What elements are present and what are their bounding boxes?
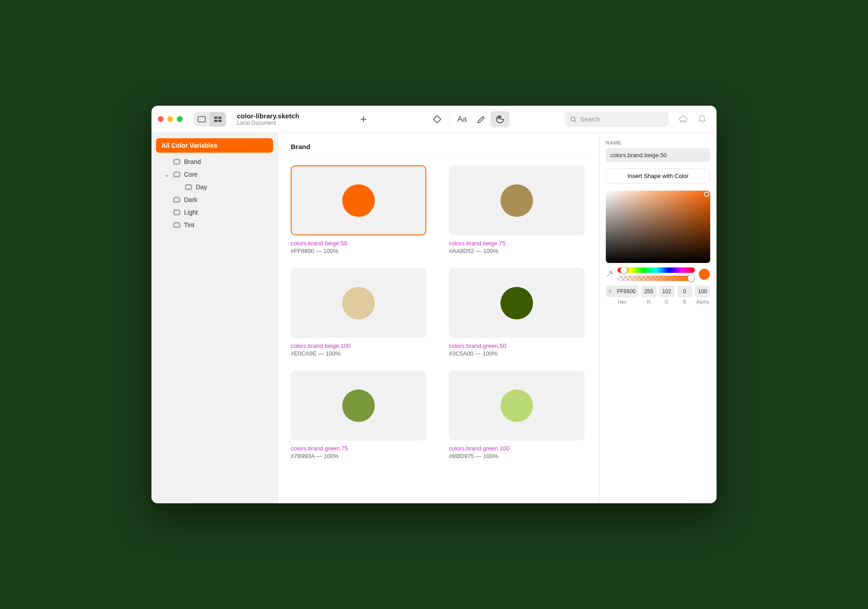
alpha-field[interactable]: 100 [695, 286, 710, 297]
color-card[interactable]: colors.brand.green.50#3C5A00 — 100% [449, 268, 585, 357]
document-subtitle: Local Document [237, 120, 299, 126]
g-field[interactable]: 102 [659, 286, 675, 297]
color-field[interactable] [606, 191, 710, 263]
sidebar-item-core[interactable]: ⌄Core [156, 168, 273, 181]
section-title: Brand [291, 143, 586, 157]
search-input[interactable] [580, 116, 663, 123]
symbols-icon[interactable] [428, 111, 447, 127]
hex-field[interactable]: FF6600 [614, 286, 638, 297]
swatch-circle [342, 287, 375, 319]
svg-point-7 [500, 117, 501, 117]
close-window[interactable] [158, 116, 164, 122]
color-name: colors.brand.beige.100 [291, 342, 426, 349]
hue-knob[interactable] [620, 267, 627, 274]
color-name: colors.brand.beige.75 [449, 240, 585, 247]
titlebar: color-library.sketch Local Document + Aa [151, 106, 717, 133]
view-mode-segmented [193, 112, 226, 126]
color-meta: #BBD975 — 100% [449, 453, 585, 459]
color-meta: #E0CA9E — 100% [291, 350, 426, 357]
insert-shape-with-color-button[interactable]: Insert Shape with Color [606, 169, 710, 183]
swatch-box [449, 370, 585, 440]
swatch-box [291, 370, 426, 440]
svg-point-8 [571, 117, 575, 121]
svg-rect-0 [198, 117, 205, 122]
add-button[interactable]: + [354, 110, 373, 128]
swatch-circle [500, 389, 533, 422]
svg-point-5 [498, 118, 499, 119]
color-meta: #AA8D52 — 100% [449, 248, 585, 254]
sidebar: All Color Variables Brand⌄CoreDayDarkLig… [151, 133, 278, 503]
sidebar-item-label: Core [184, 171, 198, 178]
color-card[interactable]: colors.brand.green.100#BBD975 — 100% [449, 370, 585, 459]
sidebar-item-label: Light [184, 209, 198, 216]
alpha-knob[interactable] [688, 275, 695, 282]
hue-slider[interactable] [618, 267, 695, 273]
document-title: color-library.sketch [237, 112, 299, 120]
color-card[interactable]: colors.brand.beige.100#E0CA9E — 100% [291, 268, 426, 357]
inspector-name-label: NAME [606, 140, 710, 145]
search-box[interactable] [565, 112, 669, 127]
traffic-lights [158, 116, 187, 122]
component-type-tabs: Aa [428, 111, 509, 127]
sidebar-item-label: Tint [184, 221, 194, 229]
color-meta: #7B993A — 100% [291, 453, 426, 459]
swatch-circle [342, 184, 375, 217]
sidebar-item-light[interactable]: Light [156, 206, 273, 219]
alpha-slider[interactable] [618, 276, 695, 281]
b-field[interactable]: 0 [677, 286, 693, 297]
search-icon [570, 116, 576, 123]
sidebar-item-dark[interactable]: Dark [156, 193, 273, 206]
color-name: colors.brand.green.50 [449, 342, 585, 349]
cloud-status-icon[interactable] [675, 111, 691, 127]
zoom-window[interactable] [177, 116, 183, 122]
app-window: color-library.sketch Local Document + Aa [151, 106, 717, 503]
swatch-box [291, 165, 426, 235]
sidebar-item-label: Day [196, 183, 207, 191]
svg-rect-2 [218, 117, 222, 119]
color-meta: #FF6600 — 100% [291, 248, 426, 254]
sidebar-item-tint[interactable]: Tint [156, 219, 273, 231]
layer-styles-icon[interactable] [472, 111, 491, 127]
color-meta: #3C5A00 — 100% [449, 350, 585, 357]
main-canvas: Brand colors.brand.beige.50#FF6600 — 100… [278, 133, 599, 503]
color-name: colors.brand.green.100 [449, 445, 585, 452]
sidebar-all-color-variables[interactable]: All Color Variables [156, 138, 273, 153]
sidebar-item-day[interactable]: Day [156, 181, 273, 193]
view-single-icon[interactable] [193, 112, 210, 126]
view-grid-icon[interactable] [210, 112, 226, 126]
text-styles-icon[interactable]: Aa [453, 111, 472, 127]
color-name: colors.brand.green.75 [291, 445, 426, 452]
svg-rect-1 [214, 117, 217, 119]
svg-point-6 [499, 117, 500, 117]
inspector-name-field[interactable]: colors.brand.beige.50 [606, 148, 710, 162]
sidebar-item-label: Dark [184, 196, 198, 203]
swatch-circle [500, 184, 533, 217]
swatch-circle [342, 389, 375, 422]
eyedropper-icon[interactable] [606, 270, 614, 279]
color-variables-icon[interactable] [491, 111, 509, 127]
color-card[interactable]: colors.brand.green.75#7B993A — 100% [291, 370, 426, 459]
inspector-panel: NAME colors.brand.beige.50 Insert Shape … [599, 133, 717, 503]
color-name: colors.brand.beige.50 [291, 240, 426, 247]
color-field-cursor[interactable] [704, 192, 709, 197]
r-field[interactable]: 255 [641, 286, 656, 297]
color-card[interactable]: colors.brand.beige.50#FF6600 — 100% [291, 165, 426, 254]
swatch-box [291, 268, 426, 338]
svg-rect-4 [218, 120, 222, 122]
current-color-preview [698, 268, 710, 280]
sidebar-item-brand[interactable]: Brand [156, 155, 273, 168]
sidebar-item-label: Brand [184, 158, 201, 165]
document-title-block: color-library.sketch Local Document [237, 112, 299, 126]
swatch-box [449, 165, 585, 235]
svg-rect-3 [214, 120, 217, 122]
swatch-box [449, 268, 585, 338]
swatch-circle [500, 287, 533, 319]
minimize-window[interactable] [167, 116, 173, 122]
color-card[interactable]: colors.brand.beige.75#AA8D52 — 100% [449, 165, 585, 254]
notifications-icon[interactable] [694, 111, 710, 127]
